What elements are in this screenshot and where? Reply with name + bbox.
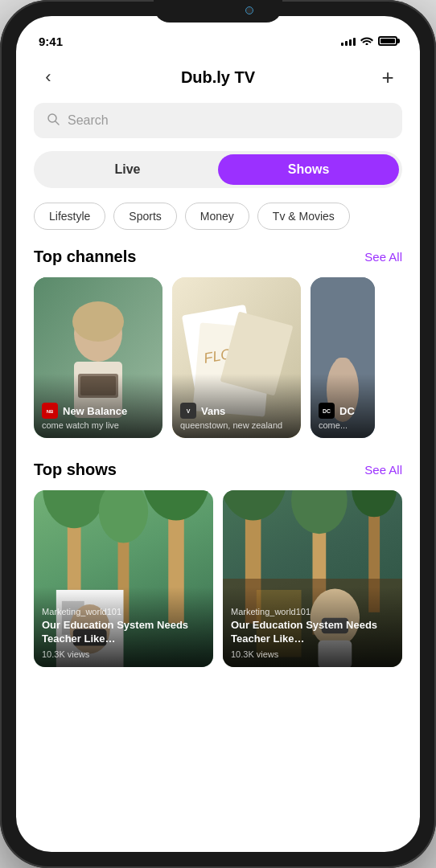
show-card-2[interactable]: Marketing_world101 Our Education System … [223, 490, 402, 667]
category-chip-money[interactable]: Money [185, 203, 249, 230]
show-card-1[interactable]: Marketing_world101 Our Education System … [34, 490, 213, 667]
live-toggle-button[interactable]: Live [37, 154, 218, 185]
brand-logo-2: V [180, 403, 196, 419]
brand-logo-1: NB [42, 403, 58, 419]
svg-line-1 [56, 121, 59, 125]
search-placeholder: Search [68, 113, 109, 128]
channel-card-2[interactable]: FLOURFFY V Vans queenstown, new zealand [172, 277, 301, 438]
channel-info-2: V Vans queenstown, new zealand [180, 403, 293, 430]
status-time: 9:41 [39, 35, 63, 48]
channel-name-1: New Balance [63, 405, 127, 417]
shows-toggle-button[interactable]: Shows [218, 154, 399, 185]
show-title-1: Our Education System Needs Teacher Like… [42, 619, 205, 646]
channel-card-1[interactable]: NB New Balance come watch my live [34, 277, 162, 438]
channel-card-3[interactable]: DC DC come... [311, 277, 375, 438]
show-channel-1: Marketing_world101 [42, 607, 205, 616]
channel-subtitle-3: come... [319, 420, 367, 430]
show-channel-2: Marketing_world101 [231, 607, 394, 616]
notch [154, 0, 282, 23]
show-info-1: Marketing_world101 Our Education System … [42, 607, 205, 659]
brand-logo-3: DC [319, 403, 335, 419]
camera-dot [245, 6, 253, 14]
search-bar[interactable]: Search [34, 103, 402, 138]
channel-brand-row-3: DC DC [319, 403, 367, 419]
shows-grid: Marketing_world101 Our Education System … [34, 490, 402, 667]
page-title: Dub.ly TV [181, 68, 255, 87]
top-shows-see-all[interactable]: See All [364, 463, 402, 477]
plus-icon: + [381, 65, 393, 90]
category-chip-lifestyle[interactable]: Lifestyle [34, 203, 105, 230]
svg-point-5 [72, 301, 124, 342]
top-channels-title: Top channels [34, 248, 136, 266]
phone-frame: 9:41 [0, 0, 436, 868]
channel-info-1: NB New Balance come watch my live [42, 403, 154, 430]
top-shows-title: Top shows [34, 461, 117, 479]
svg-text:NB: NB [47, 409, 54, 414]
toggle-container: Live Shows [34, 151, 402, 188]
channel-name-3: DC [339, 405, 355, 417]
wifi-icon [360, 35, 373, 47]
show-views-2: 10.3K views [231, 649, 394, 659]
search-icon [47, 113, 60, 129]
channel-brand-row-2: V Vans [180, 403, 293, 419]
channel-info-3: DC DC come... [319, 403, 367, 430]
category-chip-tv-movies[interactable]: Tv & Movies [257, 203, 350, 230]
signal-bars-icon [341, 36, 356, 46]
top-channels-see-all[interactable]: See All [364, 250, 402, 264]
phone-screen: 9:41 [16, 16, 420, 852]
status-icons [341, 35, 397, 47]
channel-subtitle-2: queenstown, new zealand [180, 420, 293, 430]
category-chip-sports[interactable]: Sports [113, 203, 176, 230]
channel-subtitle-1: come watch my live [42, 420, 154, 430]
show-title-2: Our Education System Needs Teacher Like… [231, 619, 394, 646]
header: ‹ Dub.ly TV + [34, 55, 402, 103]
add-button[interactable]: + [373, 63, 402, 92]
top-channels-header: Top channels See All [34, 248, 402, 266]
main-content: ‹ Dub.ly TV + Search Live [16, 55, 420, 852]
channels-scroll: NB New Balance come watch my live [34, 277, 402, 438]
back-chevron-icon: ‹ [45, 67, 51, 88]
back-button[interactable]: ‹ [34, 63, 63, 92]
categories-list: Lifestyle Sports Money Tv & Movies [34, 203, 402, 230]
battery-icon [378, 36, 397, 46]
show-views-1: 10.3K views [42, 649, 205, 659]
channel-name-2: Vans [201, 405, 225, 417]
top-shows-header: Top shows See All [34, 461, 402, 479]
channel-brand-row-1: NB New Balance [42, 403, 154, 419]
show-info-2: Marketing_world101 Our Education System … [231, 607, 394, 659]
